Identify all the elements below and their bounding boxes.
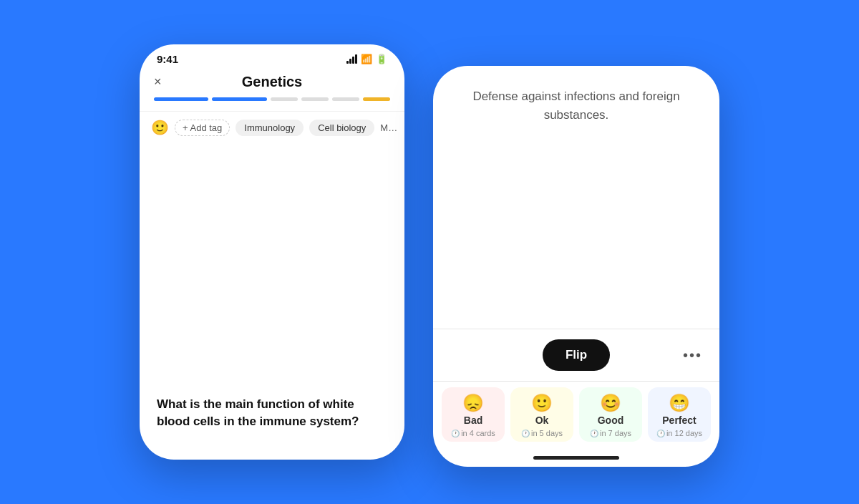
card-answer-text: Defense against infections and foreign s…: [455, 87, 698, 125]
clock-icon-ok: 🕐: [521, 430, 530, 437]
ok-sub: 🕐 in 5 days: [521, 429, 563, 437]
close-button[interactable]: ×: [154, 74, 162, 89]
good-emoji: 😊: [600, 394, 621, 412]
rating-row: 😞 Bad 🕐 in 4 cards 🙂 Ok 🕐 in 5 days: [433, 382, 719, 450]
tag-more: M…: [380, 122, 397, 133]
flip-button[interactable]: Flip: [543, 339, 610, 371]
flip-row: Flip •••: [433, 329, 719, 381]
deck-title: Genetics: [242, 74, 302, 90]
rating-good-button[interactable]: 😊 Good 🕐 in 7 days: [579, 387, 642, 442]
tag-immunology[interactable]: Immunology: [236, 120, 304, 136]
ok-emoji: 🙂: [531, 394, 553, 412]
progress-seg-1: [154, 97, 208, 101]
perfect-sub: 🕐 in 12 days: [656, 429, 702, 437]
card-answer-area: Defense against infections and foreign s…: [433, 66, 719, 329]
clock-icon-bad: 🕐: [451, 430, 460, 437]
status-time-left: 9:41: [157, 53, 178, 65]
progress-seg-4: [301, 97, 329, 101]
good-sub: 🕐 in 7 days: [590, 429, 631, 437]
phone-header: × Genetics: [140, 68, 404, 97]
status-icons-left: 📶 🔋: [346, 54, 387, 64]
rating-bad-button[interactable]: 😞 Bad 🕐 in 4 cards: [442, 387, 505, 442]
good-label: Good: [598, 415, 624, 426]
bad-sub: 🕐 in 4 cards: [451, 429, 495, 437]
perfect-label: Perfect: [662, 415, 696, 426]
tags-row: 🙂 + Add tag Immunology Cell biology M…: [140, 111, 404, 143]
notch: [225, 44, 319, 64]
more-button[interactable]: •••: [683, 347, 702, 364]
wifi-icon: 📶: [361, 54, 372, 64]
card-question-text: What is the main function of white blood…: [157, 396, 387, 431]
phones-container: 9:41 📶 🔋 × Gene: [140, 37, 719, 467]
smiley-icon: 🙂: [151, 119, 169, 136]
progress-seg-3: [271, 97, 298, 101]
card-question-area: What is the main function of white blood…: [140, 143, 404, 460]
bad-emoji: 😞: [462, 394, 484, 412]
phone-right: Defense against infections and foreign s…: [433, 66, 719, 467]
progress-seg-2: [212, 97, 266, 101]
battery-icon: 🔋: [376, 54, 387, 64]
clock-icon-perfect: 🕐: [656, 430, 665, 437]
add-tag-button[interactable]: + Add tag: [175, 120, 230, 136]
clock-icon-good: 🕐: [590, 430, 598, 437]
perfect-emoji: 😁: [669, 394, 690, 412]
signal-bars-icon: [346, 54, 357, 64]
rating-ok-button[interactable]: 🙂 Ok 🕐 in 5 days: [510, 387, 573, 442]
bad-label: Bad: [464, 415, 482, 426]
progress-bar: [140, 97, 404, 111]
progress-seg-5: [332, 97, 359, 101]
home-indicator: [533, 456, 619, 460]
tag-cell-biology[interactable]: Cell biology: [309, 120, 374, 136]
progress-seg-6: [363, 97, 390, 101]
phone-left: 9:41 📶 🔋 × Gene: [140, 44, 404, 460]
rating-perfect-button[interactable]: 😁 Perfect 🕐 in 12 days: [648, 387, 711, 442]
ok-label: Ok: [535, 415, 549, 426]
